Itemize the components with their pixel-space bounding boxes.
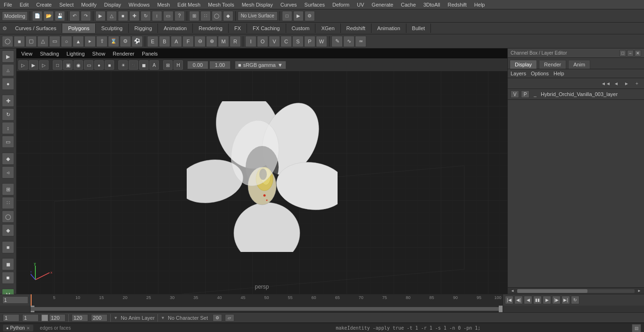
menu-file[interactable]: File — [0, 1, 16, 8]
tab-polygons[interactable]: Polygons — [62, 24, 95, 33]
char-set-btn[interactable]: ⚙ — [213, 314, 222, 322]
layer-playback[interactable]: P — [521, 90, 529, 98]
select-tool[interactable]: ▶ — [2, 50, 14, 63]
menu-create[interactable]: Create — [33, 1, 56, 8]
soft-select[interactable]: ◆ — [2, 153, 14, 165]
tab-render[interactable]: Render — [539, 60, 566, 69]
pipe-btn[interactable]: ⇧ — [96, 36, 107, 47]
viewport[interactable]: View Shading Lighting Show Renderer Pane… — [17, 49, 507, 294]
frame-input-2[interactable] — [22, 314, 39, 322]
layer-arrow-left1[interactable]: ◄◄ — [602, 79, 610, 88]
go-start[interactable]: |◀ — [505, 296, 513, 304]
snap-curve-lt[interactable]: ∷ — [2, 197, 14, 209]
channel-box-min[interactable]: − — [627, 50, 634, 57]
vpt-iso[interactable]: ▣ — [63, 60, 73, 70]
vpt-cam1[interactable]: ▷ — [18, 60, 28, 70]
play-fwd[interactable]: ▶ — [543, 296, 551, 304]
tab-sculpting[interactable]: Sculpting — [96, 24, 129, 33]
menu-surfaces[interactable]: Surfaces — [301, 1, 329, 8]
snap-point-lt[interactable]: ◯ — [2, 211, 14, 223]
plane-btn[interactable]: ▭ — [49, 36, 60, 47]
menu-mesh[interactable]: Mesh — [153, 1, 173, 8]
tab-rigging[interactable]: Rigging — [129, 24, 158, 33]
scroll-right[interactable]: ► — [636, 288, 642, 294]
layer-arrow-right1[interactable]: ► — [622, 79, 631, 88]
cube-btn[interactable]: ■ — [14, 36, 25, 47]
range-bar[interactable] — [31, 306, 503, 312]
transform-btn[interactable]: ▭ — [163, 11, 173, 21]
tab-animation2[interactable]: Animation — [372, 24, 406, 33]
layer-arrow-left2[interactable]: ◄ — [612, 79, 620, 88]
render-settings[interactable]: ⚙ — [305, 11, 315, 21]
snap-grid[interactable]: ⊞ — [189, 11, 199, 21]
menu-deform[interactable]: Deform — [329, 1, 353, 8]
poke-btn[interactable]: P — [304, 36, 315, 47]
scale-btn[interactable]: ↕ — [152, 11, 162, 21]
insert-edge-btn[interactable]: I — [245, 36, 256, 47]
append-btn[interactable]: A — [171, 36, 182, 47]
timeline-track[interactable]: 5 10 15 20 25 30 35 40 45 50 55 60 65 70… — [31, 294, 503, 306]
script-editor-btn[interactable]: ▤ — [632, 324, 641, 332]
recent-cmd2[interactable]: ◽ — [2, 272, 14, 284]
sym-settings[interactable]: ◃ — [2, 166, 14, 178]
rp-menu-help[interactable]: Help — [553, 71, 564, 76]
go-end[interactable]: ▶| — [561, 296, 570, 304]
show-manip[interactable]: ■ — [2, 241, 14, 253]
menu-mesh-display[interactable]: Mesh Display — [238, 1, 277, 8]
helix-btn[interactable]: ⌛ — [108, 36, 119, 47]
vpt-hud[interactable]: H — [173, 60, 183, 70]
vp-menu-view[interactable]: View — [19, 50, 34, 57]
menu-edit-mesh[interactable]: Edit Mesh — [173, 1, 204, 8]
open-button[interactable]: 📂 — [43, 11, 54, 21]
prism-btn[interactable]: ▲ — [73, 36, 84, 47]
vp-menu-lighting[interactable]: Lighting — [65, 50, 87, 57]
recent-cmd[interactable]: ◼ — [2, 258, 14, 270]
scale-tool[interactable]: ↕ — [2, 122, 14, 134]
menu-edit[interactable]: Edit — [16, 1, 33, 8]
color-space-dropdown[interactable]: ■ sRGB gamma ▼ — [235, 61, 286, 69]
snap-grid-lt[interactable]: ⊞ — [2, 183, 14, 195]
tab-rendering[interactable]: Rendering — [193, 24, 229, 33]
new-button[interactable]: 📄 — [32, 11, 42, 21]
playhead[interactable] — [31, 294, 32, 306]
render-region[interactable]: □ — [282, 11, 292, 21]
modeling-dropdown[interactable]: Modeling — [2, 11, 28, 21]
snap-surface[interactable]: ◆ — [223, 11, 233, 21]
tab-cog[interactable]: ⚙ — [0, 23, 9, 34]
python-tab-close[interactable]: ✕ — [26, 326, 30, 331]
extrude-btn[interactable]: E — [147, 36, 158, 47]
layer-new[interactable]: + — [633, 79, 641, 88]
snap-surface-lt[interactable]: ◆ — [2, 224, 14, 236]
layer-visibility[interactable]: V — [511, 90, 519, 98]
loop[interactable]: ↻ — [571, 296, 579, 304]
menu-redshift[interactable]: Redshift — [444, 1, 470, 8]
save-button[interactable]: 💾 — [55, 11, 65, 21]
vpt-shaded[interactable]: ● — [94, 60, 104, 70]
tab-fx[interactable]: FX — [229, 24, 247, 33]
vp-menu-show[interactable]: Show — [91, 50, 107, 57]
menu-3dtoall[interactable]: 3DtoAll — [420, 1, 444, 8]
mirror-btn[interactable]: M — [218, 36, 229, 47]
tab-bullet[interactable]: Bullet — [406, 24, 431, 33]
sculpt-btn[interactable]: ✎ — [331, 36, 343, 47]
pyramid-btn[interactable]: ▸ — [84, 36, 96, 47]
select-btn[interactable]: ▶ — [95, 11, 106, 21]
separate-btn[interactable]: ⊕ — [206, 36, 217, 47]
tab-custom[interactable]: Custom — [286, 24, 316, 33]
move-tool[interactable]: ✚ — [2, 95, 14, 107]
viewport-canvas[interactable]: x y z persp — [17, 59, 507, 294]
menu-help[interactable]: Help — [471, 1, 489, 8]
camera-rotation-value[interactable]: 0.00 — [187, 61, 208, 69]
vpt-grid[interactable]: ⊞ — [163, 60, 173, 70]
tab-curves-surfaces[interactable]: Curves / Surfaces — [9, 24, 62, 33]
range-end-input[interactable] — [49, 314, 66, 322]
cylinder-btn[interactable]: ▢ — [25, 36, 37, 47]
menu-generate[interactable]: Generate — [368, 1, 397, 8]
vp-menu-panels[interactable]: Panels — [140, 50, 160, 57]
menu-uv[interactable]: UV — [353, 1, 368, 8]
cone-btn[interactable]: △ — [37, 36, 49, 47]
rp-menu-options[interactable]: Options — [531, 71, 549, 76]
paint-btn[interactable]: ■ — [118, 11, 128, 21]
question-btn[interactable]: ? — [174, 11, 185, 21]
prev-frame[interactable]: ◀| — [514, 296, 523, 304]
